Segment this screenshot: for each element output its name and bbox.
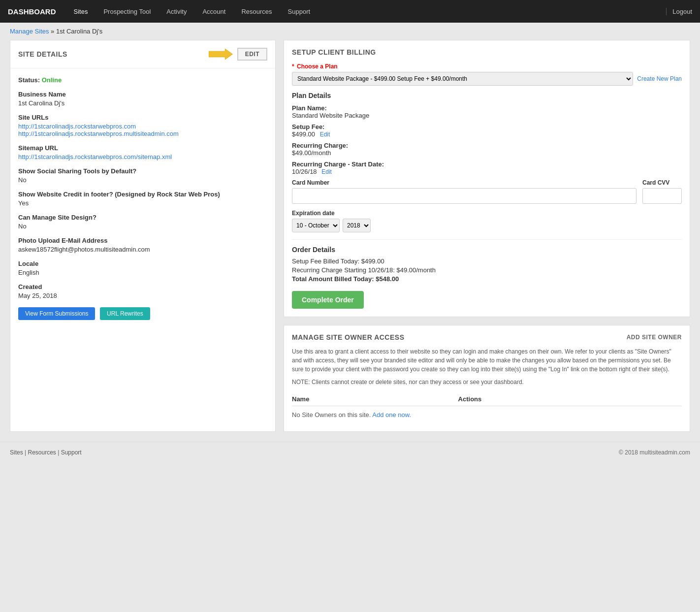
manage-header-title: MANAGE SITE OWNER ACCESS: [292, 333, 405, 341]
site-url-2[interactable]: http://1stcarolinadjs.rockstarwebpros.mu…: [18, 130, 267, 137]
card-fields-row: Card Number Card CVV: [292, 179, 682, 204]
add-one-now-link[interactable]: Add one now.: [372, 411, 411, 419]
edit-btn-wrapper: EDIT: [209, 47, 267, 61]
billing-header: SETUP CLIENT BILLING: [292, 48, 682, 56]
manage-site-owner-card: MANAGE SITE OWNER ACCESS ADD SITE OWNER …: [284, 325, 690, 432]
panel-body: Status: Online Business Name 1st Carolin…: [10, 68, 275, 328]
navbar: DASHBOARD Sites Prospecting Tool Activit…: [0, 0, 700, 23]
created-value: May 25, 2018: [18, 292, 267, 299]
locale-field: Locale English: [18, 260, 267, 276]
sitemap-url[interactable]: http://1stcarolinadjs.rockstarwebpros.co…: [18, 153, 267, 161]
edit-button[interactable]: EDIT: [237, 48, 267, 61]
url-rewrites-button[interactable]: URL Rewrites: [100, 307, 150, 320]
business-name-label: Business Name: [18, 91, 267, 98]
social-sharing-value: No: [18, 176, 267, 184]
photo-upload-field: Photo Upload E-Mail Address askew18572fl…: [18, 237, 267, 253]
recurring-start-value: 10/26/18: [292, 168, 317, 175]
order-details: Order Details Setup Fee Billed Today: $4…: [292, 239, 682, 283]
nav-account[interactable]: Account: [194, 1, 233, 22]
col-actions: Actions: [458, 392, 682, 406]
can-manage-field: Can Manage Site Design? No: [18, 214, 267, 230]
recurring-charge-value: $49.00/month: [292, 149, 331, 157]
setup-fee-edit-link[interactable]: Edit: [320, 131, 330, 138]
nav-support[interactable]: Support: [280, 1, 318, 22]
plan-name-value: Standard Website Package: [292, 112, 369, 119]
breadcrumb-manage-sites[interactable]: Manage Sites: [10, 28, 49, 35]
setup-fee-label: Setup Fee:: [292, 123, 324, 130]
right-panel: SETUP CLIENT BILLING * Choose a Plan Sta…: [284, 40, 690, 432]
recurring-charge-label: Recurring Charge:: [292, 142, 348, 149]
order-details-header: Order Details: [292, 246, 682, 254]
setup-fee-value: $499.00: [292, 130, 315, 138]
breadcrumb-current: 1st Carolina Dj's: [56, 28, 102, 35]
plan-name-label: Plan Name:: [292, 104, 327, 112]
plan-name-row: Plan Name: Standard Website Package: [292, 104, 682, 119]
created-label: Created: [18, 283, 267, 290]
choose-plan-group: * Choose a Plan Standard Website Package…: [292, 63, 682, 86]
footer-sites-link[interactable]: Sites: [10, 449, 23, 456]
footer-support-link[interactable]: Support: [61, 449, 82, 456]
action-buttons: View Form Submissions URL Rewrites: [18, 307, 267, 320]
col-name: Name: [292, 392, 458, 406]
nav-resources[interactable]: Resources: [233, 1, 280, 22]
website-credit-value: Yes: [18, 199, 267, 207]
footer-resources-link[interactable]: Resources: [28, 449, 56, 456]
site-url-1[interactable]: http://1stcarolinadjs.rockstarwebpros.co…: [18, 123, 267, 130]
no-owners-row: No Site Owners on this site. Add one now…: [292, 406, 682, 424]
card-number-label: Card Number: [292, 179, 636, 186]
complete-order-button[interactable]: Complete Order: [292, 291, 364, 309]
recurring-start-edit-link[interactable]: Edit: [321, 168, 332, 175]
create-new-plan-link[interactable]: Create New Plan: [637, 75, 682, 82]
recurring-charge-row: Recurring Charge: $49.00/month: [292, 142, 682, 157]
recurring-start-label: Recurring Charge - Start Date:: [292, 161, 384, 168]
view-form-submissions-button[interactable]: View Form Submissions: [18, 307, 95, 320]
locale-label: Locale: [18, 260, 267, 267]
manage-description: Use this area to grant a client access t…: [292, 347, 682, 374]
status-value: Online: [42, 76, 62, 84]
plan-select[interactable]: Standard Website Package - $499.00 Setup…: [292, 72, 633, 86]
setup-fee-row: Setup Fee: $499.00 Edit: [292, 123, 682, 138]
site-details-panel: SITE DETAILS EDIT Status: Online Busines…: [10, 40, 276, 432]
card-cvv-group: Card CVV: [642, 179, 682, 204]
logout-link[interactable]: Logout: [666, 8, 692, 15]
add-site-owner-button[interactable]: ADD SITE OWNER: [627, 334, 682, 341]
billing-card: SETUP CLIENT BILLING * Choose a Plan Sta…: [284, 40, 690, 317]
order-total: Total Amount Billed Today: $548.00: [292, 275, 682, 283]
business-name-value: 1st Carolina Dj's: [18, 99, 267, 107]
expiration-group: Expiration date 10 - October 2018: [292, 210, 682, 232]
status-label: Status:: [18, 76, 40, 84]
photo-upload-value: askew18572flight@photos.multisiteadmin.c…: [18, 246, 267, 253]
footer-links: Sites | Resources | Support: [10, 449, 82, 456]
created-field: Created May 25, 2018: [18, 283, 267, 299]
choose-plan-label: * Choose a Plan: [292, 63, 682, 70]
nav-prospecting[interactable]: Prospecting Tool: [95, 1, 159, 22]
photo-upload-label: Photo Upload E-Mail Address: [18, 237, 267, 244]
nav-activity[interactable]: Activity: [159, 1, 194, 22]
breadcrumb: Manage Sites » 1st Carolina Dj's: [0, 23, 700, 40]
arrow-right-icon: [209, 47, 233, 61]
exp-date-label: Expiration date: [292, 210, 682, 217]
exp-year-select[interactable]: 2018: [343, 219, 371, 232]
main-content: SITE DETAILS EDIT Status: Online Busines…: [0, 40, 700, 442]
card-number-input[interactable]: [292, 188, 636, 204]
business-name-field: Business Name 1st Carolina Dj's: [18, 91, 267, 107]
footer: Sites | Resources | Support © 2018 multi…: [0, 442, 700, 463]
navbar-links: Sites Prospecting Tool Activity Account …: [66, 1, 667, 22]
recurring-start-row: Recurring Charge - Start Date: 10/26/18 …: [292, 161, 682, 175]
sitemap-url-label: Sitemap URL: [18, 144, 267, 152]
svg-marker-0: [209, 49, 232, 60]
footer-copyright: © 2018 multisiteadmin.com: [619, 449, 690, 456]
sitemap-url-field: Sitemap URL http://1stcarolinadjs.rockst…: [18, 144, 267, 161]
card-cvv-input[interactable]: [642, 188, 682, 204]
website-credit-field: Show Website Credit in footer? (Designed…: [18, 191, 267, 207]
nav-sites[interactable]: Sites: [66, 1, 96, 22]
exp-month-select[interactable]: 10 - October: [292, 219, 340, 232]
site-urls-field: Site URLs http://1stcarolinadjs.rockstar…: [18, 114, 267, 137]
navbar-brand: DASHBOARD: [8, 7, 56, 16]
status-field: Status: Online: [18, 76, 267, 84]
owners-table: Name Actions No Site Owners on this site…: [292, 392, 682, 423]
card-cvv-label: Card CVV: [642, 179, 682, 186]
site-details-title: SITE DETAILS: [18, 50, 67, 58]
card-number-group: Card Number: [292, 179, 636, 204]
social-sharing-label: Show Social Sharing Tools by Default?: [18, 167, 267, 175]
